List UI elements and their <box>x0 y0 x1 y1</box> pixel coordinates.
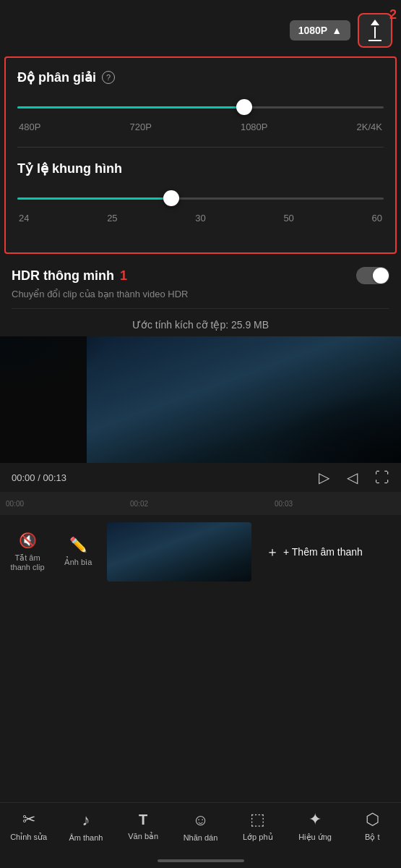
help-icon[interactable]: ? <box>102 71 115 84</box>
edit-label: Chỉnh sửa <box>10 833 47 842</box>
play-button[interactable]: ▷ <box>319 469 329 486</box>
overlay-label: Lớp phủ <box>243 833 273 842</box>
upload-icon <box>368 20 381 41</box>
clips-row: 🔇 Tắt âmthanh clip ✏️ Ảnh bìa ＋ + Thêm â… <box>0 515 401 589</box>
video-corner-br <box>256 391 401 463</box>
clip-thumb-inner <box>107 522 251 582</box>
scissors-icon: ✂ <box>22 810 35 829</box>
framerate-labels: 24 25 30 50 60 <box>17 213 384 224</box>
slider-fill <box>17 106 244 109</box>
time-display: 00:00 / 00:13 <box>12 472 66 483</box>
effects-icon: ✦ <box>309 810 322 829</box>
cover-icon: ✏️ <box>69 536 87 553</box>
timeline-bar[interactable]: 00:00 00:02 00:03 <box>0 492 401 515</box>
resolution-label: 1080P <box>298 25 327 36</box>
resolution-section-title: Độ phân giải ? <box>17 69 384 85</box>
settings-panel: Độ phân giải ? 480P 720P 1080P 2K/4K Tỷ … <box>4 56 397 254</box>
video-thumbnail <box>0 336 401 463</box>
sticker-icon: ☺ <box>192 811 208 830</box>
control-icons: ▷ ◁ ⛶ <box>319 469 389 486</box>
tool-effects[interactable]: ✦ Hiệu ứng <box>293 810 337 842</box>
current-time: 00:00 <box>12 472 35 483</box>
slider-fill <box>17 197 171 200</box>
resolution-slider[interactable] <box>17 98 384 116</box>
playback-controls: 00:00 / 00:13 ▷ ◁ ⛶ <box>0 463 401 492</box>
text-label: Văn bản <box>128 832 158 841</box>
top-bar: 1080P ▲ 2 <box>0 0 401 56</box>
file-size-row: Ước tính kích cỡ tệp: 25.9 MB <box>0 309 401 336</box>
cover-label: Ảnh bìa <box>64 558 92 567</box>
resolution-labels: 480P 720P 1080P 2K/4K <box>17 122 384 132</box>
tick-2: 00:03 <box>275 500 293 508</box>
bo-icon: ⬡ <box>366 810 379 829</box>
plus-icon: ＋ <box>266 543 279 561</box>
framerate-section-title: Tỷ lệ khung hình <box>17 161 384 176</box>
framerate-slider-container: 24 25 30 50 60 <box>17 190 384 224</box>
tool-text[interactable]: T Văn bản <box>121 812 165 841</box>
tick-0: 00:00 <box>6 500 24 508</box>
home-indicator <box>158 859 244 862</box>
hdr-section: HDR thông minh 1 Chuyển đổi clip của bạn… <box>0 258 401 308</box>
video-preview <box>0 336 401 463</box>
add-audio-button[interactable]: ＋ + Thêm âm thanh <box>259 539 370 565</box>
tool-edit[interactable]: ✂ Chỉnh sửa <box>7 810 51 842</box>
mute-label: Tắt âmthanh clip <box>10 553 44 572</box>
fullscreen-icon[interactable]: ⛶ <box>375 469 389 486</box>
bo-label: Bộ t <box>365 833 379 842</box>
tool-audio[interactable]: ♪ Âm thanh <box>64 811 108 842</box>
clip-thumbnail[interactable] <box>107 522 251 582</box>
export-button[interactable]: 2 <box>358 13 392 48</box>
music-icon: ♪ <box>82 811 90 830</box>
slider-thumb[interactable] <box>163 190 179 206</box>
tool-sticker[interactable]: ☺ Nhãn dán <box>178 811 222 842</box>
resolution-badge[interactable]: 1080P ▲ <box>290 20 350 41</box>
mute-icon: 🔇 <box>19 532 37 549</box>
tool-overlay[interactable]: ⬚ Lớp phủ <box>236 810 280 842</box>
mute-tool[interactable]: 🔇 Tắt âmthanh clip <box>6 532 49 572</box>
time-separator: / <box>38 472 40 483</box>
hdr-toggle[interactable] <box>356 267 389 284</box>
sticker-label: Nhãn dán <box>184 833 218 842</box>
bottom-toolbar: ✂ Chỉnh sửa ♪ Âm thanh T Văn bản ☺ Nhãn … <box>0 802 401 846</box>
effects-label: Hiệu ứng <box>298 833 332 842</box>
export-number: 2 <box>389 7 397 22</box>
resolution-arrow: ▲ <box>332 25 342 36</box>
video-corner-tl <box>0 336 108 394</box>
hdr-title-row: HDR thông minh 1 <box>12 268 127 284</box>
resolution-slider-container: 480P 720P 1080P 2K/4K <box>17 98 384 132</box>
hdr-row: HDR thông minh 1 <box>12 258 389 289</box>
tool-bo[interactable]: ⬡ Bộ t <box>350 810 394 842</box>
add-audio-label: + Thêm âm thanh <box>283 546 363 558</box>
slider-thumb[interactable] <box>236 99 252 115</box>
hdr-title: HDR thông minh <box>12 268 114 284</box>
total-time: 00:13 <box>43 472 66 483</box>
cover-tool[interactable]: ✏️ Ảnh bìa <box>56 536 100 567</box>
framerate-slider[interactable] <box>17 190 384 207</box>
audio-label: Âm thanh <box>69 833 103 842</box>
section-divider <box>17 147 384 148</box>
overlay-icon: ⬚ <box>250 810 265 829</box>
hdr-description: Chuyển đổi clip của bạn thành video HDR <box>12 289 389 308</box>
rewind-icon[interactable]: ◁ <box>347 469 358 486</box>
toggle-knob <box>373 268 389 284</box>
text-icon: T <box>139 812 147 828</box>
file-size-label: Ước tính kích cỡ tệp: 25.9 MB <box>132 319 269 331</box>
hdr-number: 1 <box>120 268 127 284</box>
tick-1: 00:02 <box>130 500 148 508</box>
